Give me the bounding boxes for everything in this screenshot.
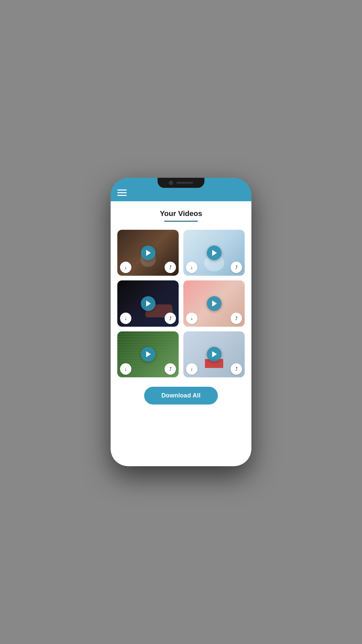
phone-notch <box>158 178 204 188</box>
title-underline <box>164 221 198 222</box>
front-camera <box>169 181 173 185</box>
page-title: Your Videos <box>117 209 245 218</box>
video-card[interactable]: ↓ ⤴ <box>183 331 245 377</box>
card-actions: ↓ ⤴ <box>186 262 242 273</box>
download-all-button[interactable]: Download All <box>144 387 218 405</box>
share-button[interactable]: ⤴ <box>165 363 176 375</box>
video-card[interactable]: ↓ ⤴ <box>117 230 179 276</box>
play-button[interactable] <box>141 296 156 311</box>
card-actions: ↓ ⤴ <box>120 363 176 375</box>
share-button[interactable]: ⤴ <box>231 363 242 375</box>
play-button[interactable] <box>141 347 156 362</box>
video-card[interactable]: ↓ ⤴ <box>183 230 245 276</box>
download-button[interactable]: ↓ <box>120 313 131 324</box>
download-button[interactable]: ↓ <box>186 262 197 273</box>
menu-button[interactable] <box>117 190 127 196</box>
play-button[interactable] <box>141 246 156 260</box>
video-card[interactable]: ↓ ⤴ <box>117 280 179 326</box>
card-actions: ↓ ⤴ <box>120 313 176 324</box>
card-actions: ↓ ⤴ <box>186 313 242 324</box>
page-title-container: Your Videos <box>117 209 245 222</box>
card-actions: ↓ ⤴ <box>120 262 176 273</box>
video-card[interactable]: ↓ ⤴ <box>183 280 245 326</box>
phone-shell: Your Videos ↓ ⤴ <box>111 178 251 466</box>
download-button[interactable]: ↓ <box>120 262 131 273</box>
share-button[interactable]: ⤴ <box>231 262 242 273</box>
share-button[interactable]: ⤴ <box>231 313 242 324</box>
play-button[interactable] <box>207 296 222 311</box>
video-grid: ↓ ⤴ ↓ <box>117 230 245 377</box>
share-button[interactable]: ⤴ <box>165 313 176 324</box>
play-button[interactable] <box>207 246 222 260</box>
phone-screen: Your Videos ↓ ⤴ <box>111 178 251 466</box>
video-card[interactable]: ↓ ⤴ <box>117 331 179 377</box>
speaker <box>176 182 193 184</box>
play-button[interactable] <box>207 347 222 362</box>
card-actions: ↓ ⤴ <box>186 363 242 375</box>
download-button[interactable]: ↓ <box>186 363 197 375</box>
share-button[interactable]: ⤴ <box>165 262 176 273</box>
download-button[interactable]: ↓ <box>120 363 131 375</box>
app-content: Your Videos ↓ ⤴ <box>111 201 251 463</box>
download-button[interactable]: ↓ <box>186 313 197 324</box>
